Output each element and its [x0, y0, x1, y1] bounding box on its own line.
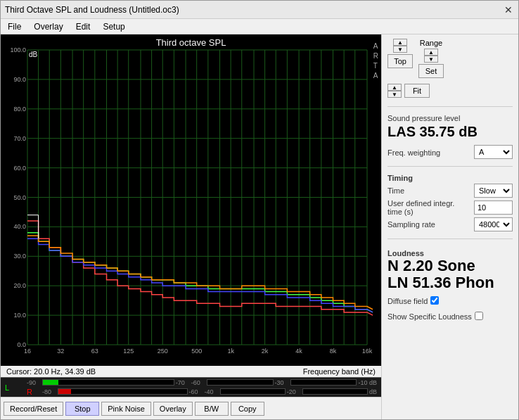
- freq-weight-select[interactable]: A B C Z: [474, 145, 513, 159]
- fit-down-arrow[interactable]: ▼: [387, 91, 402, 98]
- overlay-button[interactable]: Overlay: [153, 402, 193, 416]
- menu-file[interactable]: File: [4, 20, 25, 33]
- range-up-arrow[interactable]: ▲: [424, 49, 438, 56]
- top-up-arrow[interactable]: ▲: [393, 39, 407, 46]
- fit-spin: ▲ ▼: [387, 84, 402, 98]
- close-button[interactable]: ✕: [503, 4, 514, 15]
- show-specific-checkbox[interactable]: [475, 312, 483, 320]
- user-integr-row: User defined integr. time (s): [387, 199, 513, 216]
- chart-container: Third octave SPL ARTA: [1, 34, 381, 366]
- diffuse-field-row: Diffuse field: [387, 295, 513, 305]
- fit-button[interactable]: Fit: [404, 84, 430, 98]
- top-spin: ▲ ▼: [393, 39, 407, 53]
- show-specific-label: Show Specific Loudness: [387, 312, 472, 321]
- cursor-text: Cursor: 20.0 Hz, 34.39 dB: [6, 367, 96, 376]
- spl-section: Sound pressure level LAS 35.75 dB: [387, 113, 513, 141]
- menu-setup[interactable]: Setup: [98, 20, 129, 33]
- bw-button[interactable]: B/W: [195, 402, 229, 416]
- sampling-rate-label: Sampling rate: [387, 220, 435, 229]
- range-down-arrow[interactable]: ▼: [424, 56, 438, 63]
- stop-button[interactable]: Stop: [65, 402, 99, 416]
- window-title: Third Octave SPL and Loudness (Untitled.…: [5, 5, 179, 15]
- range-spin: ▲ ▼: [424, 49, 438, 63]
- menu-edit[interactable]: Edit: [72, 20, 95, 33]
- r-label: R: [27, 388, 41, 396]
- menu-overlay[interactable]: Overlay: [30, 20, 67, 33]
- main-window: Third Octave SPL and Loudness (Untitled.…: [0, 0, 519, 420]
- time-row: Time Slow Fast Impulse: [387, 184, 513, 198]
- freq-band-text: Frequency band (Hz): [303, 367, 376, 376]
- top-controls: ▲ ▼ Top Range ▲ ▼ Set: [387, 39, 513, 78]
- set-button[interactable]: Set: [418, 64, 444, 78]
- freq-weight-label: Freq. weighting: [387, 148, 440, 157]
- menu-bar: File Overlay Edit Setup: [1, 19, 518, 34]
- timing-label: Timing: [387, 174, 513, 182]
- title-bar: Third Octave SPL and Loudness (Untitled.…: [1, 1, 518, 19]
- user-integr-label: User defined integr. time (s): [387, 199, 458, 216]
- fit-up-arrow[interactable]: ▲: [387, 84, 402, 91]
- diffuse-field-checkbox[interactable]: [430, 296, 439, 305]
- range-ctrl-group: Range ▲ ▼ Set: [418, 39, 444, 78]
- divider-1: [387, 106, 513, 107]
- chart-canvas: [1, 34, 381, 366]
- arta-label: ARTA: [373, 42, 378, 81]
- bottom-buttons: Record/Reset Stop Pink Noise Overlay B/W…: [1, 397, 381, 419]
- time-label: Time: [387, 186, 404, 195]
- sampling-rate-select[interactable]: 44100 48000 96000: [474, 217, 513, 231]
- timing-section: Timing Time Slow Fast Impulse User defin…: [387, 172, 513, 233]
- top-down-arrow[interactable]: ▼: [393, 46, 407, 53]
- spl-value: LAS 35.75 dB: [387, 124, 513, 139]
- sampling-rate-row: Sampling rate 44100 48000 96000: [387, 217, 513, 231]
- show-specific-row: Show Specific Loudness: [387, 311, 513, 321]
- level-meter: L -90 -70 -60 -30 -10 dB: [1, 377, 381, 397]
- right-panel: ▲ ▼ Top Range ▲ ▼ Set ▲: [381, 34, 518, 419]
- record-reset-button[interactable]: Record/Reset: [4, 402, 63, 416]
- cursor-info: Cursor: 20.0 Hz, 34.39 dB Frequency band…: [1, 366, 381, 377]
- divider-2: [387, 166, 513, 167]
- top-ctrl-group: ▲ ▼ Top: [387, 39, 413, 78]
- chart-area: Third octave SPL ARTA Cursor: 20.0 Hz, 3…: [1, 34, 381, 419]
- time-select[interactable]: Slow Fast Impulse: [474, 184, 513, 198]
- range-label: Range: [420, 39, 442, 47]
- loudness-section: Loudness N 2.20 Sone LN 51.36 Phon: [387, 248, 513, 291]
- divider-3: [387, 238, 513, 239]
- spl-section-label: Sound pressure level: [387, 114, 513, 122]
- chart-title: Third octave SPL: [156, 37, 226, 48]
- l-label: L: [5, 383, 23, 392]
- loudness-n: N 2.20 Sone: [387, 257, 513, 274]
- diffuse-field-label: Diffuse field: [387, 297, 428, 305]
- copy-button[interactable]: Copy: [231, 402, 264, 416]
- pink-noise-button[interactable]: Pink Noise: [101, 402, 151, 416]
- user-integr-input[interactable]: [474, 201, 513, 215]
- top-button[interactable]: Top: [387, 54, 413, 68]
- freq-weight-row: Freq. weighting A B C Z: [387, 145, 513, 159]
- loudness-ln: LN 51.36 Phon: [387, 274, 513, 291]
- main-content: Third octave SPL ARTA Cursor: 20.0 Hz, 3…: [1, 34, 518, 419]
